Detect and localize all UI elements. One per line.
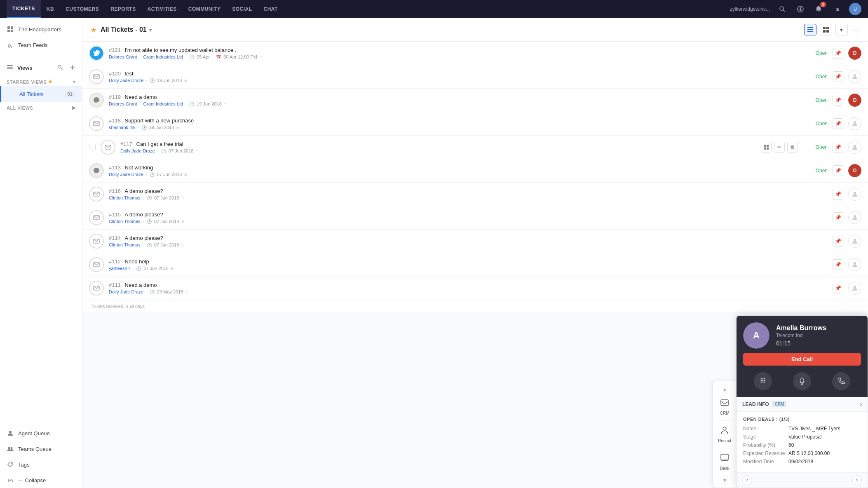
deal-row-modified: Modified Time 09/02/2018 [743,459,861,465]
ticket-pin-btn[interactable]: 📌 [833,71,843,82]
ticket-pin-btn[interactable]: 📌 [833,48,843,59]
ticket-assign-btn[interactable] [848,235,861,248]
customer-name[interactable]: yatheesh r [109,266,130,271]
ticket-assign-btn[interactable] [848,141,861,154]
customer-name[interactable]: Clinton Thomas [109,195,141,200]
nav-item-community[interactable]: COMMUNITY [183,0,227,18]
sidebar-item-all-tickets[interactable]: All Tickets 01 [0,86,82,102]
customer-name[interactable]: Dolly Jade Draze [109,172,143,177]
svg-point-57 [764,378,765,380]
end-call-button[interactable]: End Call [743,353,861,366]
table-row[interactable]: #121 I'm not able to see my updated wall… [82,42,868,65]
table-row[interactable]: #111 Need a demo Dolly Jade Draze · 🕐 29… [82,277,868,300]
mute-btn[interactable] [793,372,811,390]
company-name[interactable]: Grant Industries Ltd [143,101,183,106]
tickets-dropdown-icon[interactable]: ▾ [149,27,152,33]
search-icon[interactable] [777,3,788,15]
table-row[interactable]: #113 Not working Dolly Jade Draze · 🕐 07… [82,159,868,183]
dialpad-btn[interactable] [754,372,772,390]
filter-dropdown-btn[interactable]: ▾ [835,24,848,35]
ticket-assign-btn[interactable] [848,117,861,130]
settings-icon[interactable] [831,3,842,15]
svg-rect-27 [826,27,829,29]
separator: · [132,266,134,271]
ticket-view-btn[interactable] [761,142,772,152]
customer-name[interactable]: Dolores Grant [109,54,137,59]
crm-info-header[interactable]: LEAD INFO CRM › [737,397,868,412]
table-row[interactable]: #117 Can I get a free trial Dolly Jade D… [82,136,868,159]
clock-icon: 🕐 [150,290,155,294]
ticket-assign-btn[interactable] [848,188,861,201]
ticket-assign-btn[interactable] [848,282,861,295]
nav-item-activities[interactable]: ACTIVITIES [142,0,183,18]
notifications-icon[interactable]: 3 [813,3,824,15]
ticket-pin-btn[interactable]: 📌 [833,212,843,223]
deals-next-btn[interactable]: › [852,475,862,485]
ticket-pin-btn[interactable]: 📌 [833,95,843,106]
table-row[interactable]: #120 test Dolly Jade Draze · 🕐 19 Jun 20… [82,65,868,89]
nav-item-chat[interactable]: CHAT [258,0,284,18]
sidebar-item-headquarters[interactable]: The Headquarters [0,21,82,37]
ticket-channel-icon [101,140,115,155]
table-row[interactable]: #116 A demo please? Clinton Thomas · 🕐 0… [82,183,868,206]
ticket-pin-btn[interactable]: 📌 [833,118,843,129]
table-row[interactable]: #115 A demo please? Clinton Thomas · 🕐 0… [82,206,868,230]
ticket-pin-btn[interactable]: 📌 [833,165,843,176]
sidebar-item-teams-queue[interactable]: Teams Queue [0,441,82,457]
phone-btn[interactable] [832,372,850,390]
desk-icon-item[interactable]: Desk [715,449,734,475]
list-view-btn[interactable] [804,24,816,35]
ticket-assign-btn[interactable] [848,258,861,271]
customer-name[interactable]: Clinton Thomas [109,219,141,224]
recruit-icon-item[interactable]: Recruit [713,422,736,447]
clock-icon: 🕐 [189,102,194,106]
customer-name[interactable]: Dolly Jade Draze [120,148,155,153]
sidebar-item-teamfeeds[interactable]: Team Feeds [0,37,82,53]
list-icon: ≡ [181,219,184,224]
sidebar-item-agent-queue[interactable]: Agent Queue [0,425,82,441]
user-avatar[interactable]: U [849,3,861,15]
nav-item-kb[interactable]: KB [41,0,60,18]
ticket-pin-btn[interactable]: 📌 [833,283,843,293]
grid-view-btn[interactable] [820,24,832,35]
ticket-pin-btn[interactable]: 📌 [833,142,843,152]
nav-item-tickets[interactable]: TICKETS [7,0,41,18]
views-header[interactable]: Views [0,60,82,76]
nav-item-customers[interactable]: CUSTOMERS [60,0,105,18]
customer-name[interactable]: shashank.mk [109,125,136,130]
deals-prev-btn[interactable]: ‹ [742,475,752,485]
ticket-subject: A demo please? [125,211,163,218]
nav-item-social[interactable]: SOCIAL [226,0,258,18]
scroll-down-btn[interactable]: ▾ [722,475,728,485]
customer-name[interactable]: Dolly Jade Draze [109,78,143,83]
ticket-pin-btn[interactable]: 📌 [833,189,843,199]
starred-views-collapse-icon[interactable]: ▾ [73,79,76,84]
customer-name[interactable]: Dolores Grant [109,101,137,106]
ticket-checkbox[interactable] [89,144,96,150]
caller-info: Amelia Burrows Telecom Ind 01:15 [776,324,861,347]
scroll-up-btn[interactable]: ▴ [722,384,728,394]
ticket-assign-btn[interactable] [848,211,861,224]
ticket-assign-btn[interactable] [848,70,861,83]
ticket-delete-btn[interactable]: 🗑 [787,142,798,152]
ticket-pin-btn[interactable]: 📌 [833,236,843,246]
views-add-icon[interactable] [70,64,75,71]
table-row[interactable]: #114 A demo please? Clinton Thomas · 🕐 0… [82,230,868,253]
ticket-edit-btn[interactable]: ✏ [774,142,785,152]
customer-name[interactable]: Clinton Thomas [109,242,141,247]
views-search-icon[interactable] [57,64,63,71]
table-row[interactable]: #118 Support with a new purchase shashan… [82,112,868,136]
company-name[interactable]: Grant Industries Ltd [143,54,183,59]
ticket-pin-btn[interactable]: 📌 [833,259,843,270]
more-options-btn[interactable]: ··· [851,26,860,34]
nav-item-reports[interactable]: REPORTS [105,0,142,18]
crm-icon-item[interactable]: CRM [715,394,734,420]
all-views-expand-icon[interactable]: ▶ [72,105,76,110]
sidebar-collapse-btn[interactable]: ← Collapse [0,472,82,488]
sidebar-item-tags[interactable]: Tags [0,457,82,472]
table-row[interactable]: #119 Need a demo Dolores Grant · Grant I… [82,89,868,112]
list-icon: ≡ [184,172,187,177]
customer-name[interactable]: Dolly Jade Draze [109,289,143,294]
add-icon[interactable] [795,3,806,15]
table-row[interactable]: #112 Need help yatheesh r · 🕐 07 Jun 201… [82,253,868,277]
